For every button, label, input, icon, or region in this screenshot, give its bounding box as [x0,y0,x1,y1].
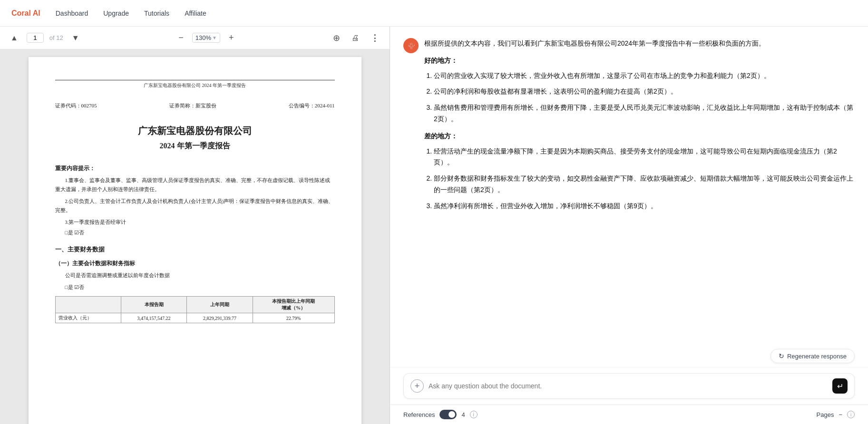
nav-upgrade[interactable]: Upgrade [103,10,129,17]
page-up-button[interactable]: ▲ [8,32,21,44]
table-row: 营业收入（元） 3,474,157,547.22 2,829,291,339.7… [55,313,334,323]
pdf-meta: 证券代码：002705 证券简称：新宝股份 公告编号：2024-011 [55,102,335,109]
financial-table: 本报告期 上年同期 本报告期比上年同期增减（%） 营业收入（元） 3,474,1… [55,296,335,323]
pdf-para3: 3.第一季度报告是否经审计 [65,218,335,227]
chat-text: 根据所提供的文本内容，我们可以看到广东新宝电器股份有限公司2024年第一季度报告… [424,38,855,212]
chat-bubble: 根据所提供的文本内容，我们可以看到广东新宝电器股份有限公司2024年第一季度报告… [424,38,855,217]
page-number-input[interactable] [27,33,44,43]
pdf-page: 广东新宝电器股份有限公司 2024 年第一季度报告 证券代码：002705 证券… [29,57,361,424]
page-down-button[interactable]: ▼ [69,32,82,44]
good-list: 公司的营业收入实现了较大增长，营业外收入也有所增加，这显示了公司在市场上的竞争力… [434,70,855,125]
pdf-section1a-title: （一）主要会计数据和财务指标 [55,260,335,268]
toggle-slider [439,410,457,419]
table-cell-current: 3,474,157,547.22 [121,313,186,323]
good-item-2: 公司的净利润和每股收益都有显著增长，这表明公司的盈利能力在提高（第2页）。 [434,86,855,97]
table-cell-label: 营业收入（元） [55,313,121,323]
chat-bottom-bar: References 4 i Pages − i [390,405,868,424]
regenerate-area: ↻ Regenerate response [390,345,868,367]
references-count: 4 [461,411,465,418]
chat-input-area: + ↵ [390,367,868,405]
pdf-header-line: 广东新宝电器股份有限公司 2024 年第一季度报告 [55,80,335,89]
chat-panel: 🪸 根据所提供的文本内容，我们可以看到广东新宝电器股份有限公司2024年第一季度… [390,27,868,424]
zoom-level-display[interactable]: 130% ▼ [192,33,220,43]
pdf-table-note2: □是 ☑否 [65,283,335,292]
pages-label: Pages [817,411,834,418]
send-button[interactable]: ↵ [832,378,848,394]
pages-dash: − [839,411,842,418]
pdf-important-title: 重要内容提示： [55,164,335,173]
pdf-title-sub: 2024 年第一季度报告 [55,141,335,151]
chat-intro: 根据所提供的文本内容，我们可以看到广东新宝电器股份有限公司2024年第一季度报告… [424,38,855,49]
good-item-1: 公司的营业收入实现了较大增长，营业外收入也有所增加，这显示了公司在市场上的竞争力… [434,70,855,82]
chat-input-box: + ↵ [403,373,855,399]
pdf-para2: 2.公司负责人、主管会计工作负责人及会计机构负责人(会计主管人员)声明：保证季度… [55,197,335,215]
regenerate-label: Regenerate response [787,353,847,360]
regenerate-button[interactable]: ↻ Regenerate response [770,349,855,363]
references-info-icon[interactable]: i [470,411,478,418]
table-col-0 [55,297,121,313]
bad-header: 差的地方： [424,131,855,142]
more-options-button[interactable]: ⋮ [368,31,382,45]
pages-info-icon[interactable]: i [847,411,855,418]
pdf-section1-title: 一、主要财务数据 [55,245,335,254]
pdf-toolbar: ▲ of 12 ▼ − 130% ▼ + ⊕ 🖨 ⋮ [0,27,390,49]
ai-avatar: 🪸 [403,38,419,53]
chat-input-field[interactable] [429,382,828,390]
references-section: References 4 i [403,410,478,419]
pdf-panel: ▲ of 12 ▼ − 130% ▼ + ⊕ 🖨 ⋮ 广东新宝电器股份有限公司 … [0,27,390,424]
references-toggle[interactable] [439,410,457,419]
nav-affiliate[interactable]: Affiliate [185,10,206,17]
good-item-3: 虽然销售费用和管理费用有所增长，但财务费用下降，主要是受人民币兑美元汇率波动影响… [434,102,855,125]
table-col-3: 本报告期比上年同期增减（%） [253,297,334,313]
table-cell-prev: 2,829,291,339.77 [187,313,253,323]
bad-item-3: 虽然净利润有所增长，但营业外收入增加，净利润增长不够稳固（第9页）。 [434,201,855,212]
pdf-para3b: □是 ☑否 [65,229,335,238]
table-cell-change: 22.79% [253,313,334,323]
chat-messages: 🪸 根据所提供的文本内容，我们可以看到广东新宝电器股份有限公司2024年第一季度… [390,27,868,345]
add-attachment-button[interactable]: + [410,379,424,393]
chat-message-ai: 🪸 根据所提供的文本内容，我们可以看到广东新宝电器股份有限公司2024年第一季度… [403,38,855,217]
print-button[interactable]: 🖨 [349,32,362,44]
references-label: References [403,411,435,418]
brand-logo: Coral AI [11,9,40,18]
zoom-out-button[interactable]: − [176,31,186,45]
pdf-table-note: 公司是否需追溯调整或重述以前年度会计数据 [55,271,335,280]
bad-list: 经营活动产生的现金流量净额下降，主要是因为本期购买商品、接受劳务支付的现金增加，… [434,146,855,212]
table-col-2: 上年同期 [187,297,253,313]
pdf-scroll-area[interactable]: 广东新宝电器股份有限公司 2024 年第一季度报告 证券代码：002705 证券… [0,49,390,424]
top-nav: Coral AI Dashboard Upgrade Tutorials Aff… [0,0,868,27]
main-area: ▲ of 12 ▼ − 130% ▼ + ⊕ 🖨 ⋮ 广东新宝电器股份有限公司 … [0,27,868,424]
page-total: of 12 [49,34,63,41]
send-icon: ↵ [837,382,843,391]
table-col-1: 本报告期 [121,297,186,313]
bad-item-2: 部分财务数据和财务指标发生了较大的变动，如交易性金融资产下降、应收款项融资减少、… [434,173,855,196]
good-header: 好的地方： [424,55,855,67]
nav-dashboard[interactable]: Dashboard [56,10,88,17]
fit-page-button[interactable]: ⊕ [330,31,343,45]
pdf-important-section: 重要内容提示： 1.董事会、监事会及董事、监事、高级管理人员保证季度报告的真实、… [55,164,335,238]
pages-section: Pages − i [817,411,855,418]
pdf-para1: 1.董事会、监事会及董事、监事、高级管理人员保证季度报告的真实、准确、完整，不存… [55,176,335,194]
bad-item-1: 经营活动产生的现金流量净额下降，主要是因为本期购买商品、接受劳务支付的现金增加，… [434,146,855,169]
pdf-title-main: 广东新宝电器股份有限公司 [55,125,335,137]
zoom-in-button[interactable]: + [226,31,237,45]
nav-tutorials[interactable]: Tutorials [144,10,169,17]
regenerate-icon: ↻ [779,352,784,360]
